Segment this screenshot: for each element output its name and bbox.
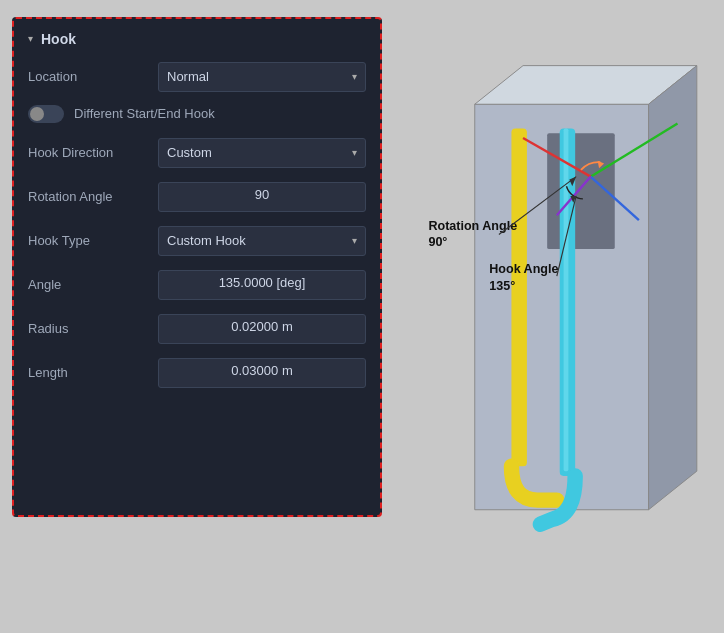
rotation-angle-value: 90 xyxy=(255,187,269,202)
location-select[interactable]: Normal ▾ xyxy=(158,62,366,92)
rotation-angle-row: Rotation Angle 90 xyxy=(28,181,366,213)
panel-title: Hook xyxy=(41,31,76,47)
panel-chevron-icon[interactable]: ▾ xyxy=(28,33,33,44)
hook-direction-row: Hook Direction Custom ▾ xyxy=(28,137,366,169)
radius-label: Radius xyxy=(28,321,158,336)
main-container: ▾ Hook Location Normal ▾ Different Start… xyxy=(2,7,722,627)
panel-header: ▾ Hook xyxy=(28,31,366,47)
toggle-knob xyxy=(30,107,44,121)
svg-marker-2 xyxy=(649,65,697,509)
svg-text:Hook Angle: Hook Angle xyxy=(489,262,558,276)
angle-value: 135.0000 [deg] xyxy=(219,275,306,290)
different-hook-toggle[interactable] xyxy=(28,105,64,123)
toggle-label: Different Start/End Hook xyxy=(74,106,215,121)
hook-type-arrow: ▾ xyxy=(352,235,357,246)
illustration-area: Rotation Angle 90° Hook Angle 135° xyxy=(392,17,712,597)
location-value: Normal xyxy=(167,69,209,84)
angle-input[interactable]: 135.0000 [deg] xyxy=(158,270,366,300)
location-label: Location xyxy=(28,69,158,84)
scene: Rotation Angle 90° Hook Angle 135° xyxy=(392,27,712,587)
rotation-angle-label: Rotation Angle xyxy=(28,189,158,204)
radius-input[interactable]: 0.02000 m xyxy=(158,314,366,344)
svg-rect-4 xyxy=(511,128,526,466)
length-input[interactable]: 0.03000 m xyxy=(158,358,366,388)
hook-type-label: Hook Type xyxy=(28,233,158,248)
hook-type-row: Hook Type Custom Hook ▾ xyxy=(28,225,366,257)
angle-label: Angle xyxy=(28,277,158,292)
hook-direction-value: Custom xyxy=(167,145,212,160)
svg-text:90°: 90° xyxy=(428,235,447,249)
hook-panel: ▾ Hook Location Normal ▾ Different Start… xyxy=(12,17,382,517)
location-select-arrow: ▾ xyxy=(352,71,357,82)
length-row: Length 0.03000 m xyxy=(28,357,366,389)
hook-type-select[interactable]: Custom Hook ▾ xyxy=(158,226,366,256)
svg-text:135°: 135° xyxy=(489,278,515,292)
svg-rect-6 xyxy=(564,128,569,471)
length-label: Length xyxy=(28,365,158,380)
scene-svg: Rotation Angle 90° Hook Angle 135° xyxy=(392,27,712,587)
radius-row: Radius 0.02000 m xyxy=(28,313,366,345)
hook-type-value: Custom Hook xyxy=(167,233,246,248)
location-row: Location Normal ▾ xyxy=(28,61,366,93)
rotation-angle-input[interactable]: 90 xyxy=(158,182,366,212)
hook-direction-arrow: ▾ xyxy=(352,147,357,158)
length-value: 0.03000 m xyxy=(231,363,292,378)
hook-direction-label: Hook Direction xyxy=(28,145,158,160)
angle-row: Angle 135.0000 [deg] xyxy=(28,269,366,301)
radius-value: 0.02000 m xyxy=(231,319,292,334)
toggle-row: Different Start/End Hook xyxy=(28,105,366,123)
hook-direction-select[interactable]: Custom ▾ xyxy=(158,138,366,168)
